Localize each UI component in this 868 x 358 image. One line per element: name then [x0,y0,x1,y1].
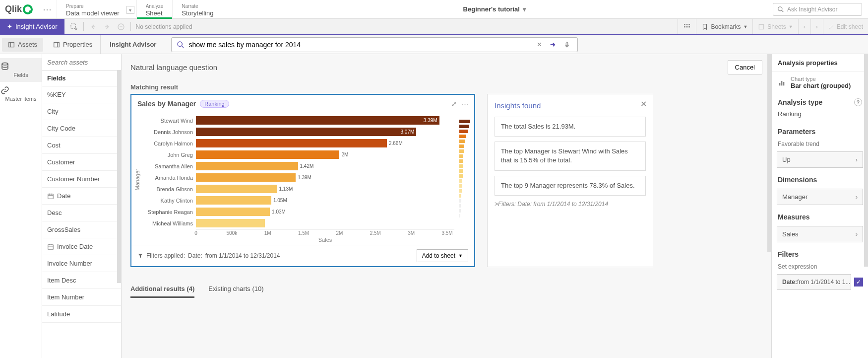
favorable-trend-select[interactable]: Up › [777,151,863,168]
bar-row[interactable]: Brenda Gibson1.13M [141,183,454,195]
field-item[interactable]: Desc [42,205,121,221]
search-icon [777,6,784,13]
bar-row[interactable]: Amanda Honda1.39M [141,172,454,183]
insight-item: The total Sales is 21.93M. [495,117,646,137]
chevron-down-icon: ▼ [743,24,747,29]
field-item[interactable]: City [42,103,121,120]
more-menu-icon[interactable]: ⋯ [38,4,57,15]
tab-analyze[interactable]: Analyze Sheet [136,0,173,18]
tab-additional-results[interactable]: Additional results (4) [130,281,194,298]
filter-icon [137,253,143,259]
expand-icon[interactable]: ⤢ [451,100,457,108]
filters-label: Filters applied: [146,252,185,259]
selections-toolbar: ✦ Insight Advisor No selections applied … [0,19,868,35]
add-to-sheet-button[interactable]: Add to sheet ▼ [417,249,468,262]
bar-row[interactable]: Kathy Clinton1.05M [141,195,454,206]
filters-field: Date: [188,252,202,259]
filter-checkbox[interactable]: ✓ [854,278,863,286]
link-icon [0,86,42,95]
field-item[interactable]: Item Number [42,289,121,306]
dimension-select[interactable]: Manager › [777,189,863,205]
svg-rect-21 [566,42,568,45]
bookmark-icon [701,23,708,30]
insights-filter-note: >Filters: Date: from 1/1/2014 to 12/31/2… [495,201,646,208]
svg-rect-9 [686,24,688,25]
svg-point-0 [778,6,782,10]
bar-row[interactable]: Micheal Williams [141,217,454,229]
chevron-left-icon: ‹ [804,23,806,30]
filter-select[interactable]: Date: from 1/1/2014 to 1... › [777,274,851,290]
field-item[interactable]: GrossSales [42,221,121,238]
tab-existing-charts[interactable]: Existing charts (10) [208,281,263,298]
step-back-icon[interactable] [89,22,98,31]
calendar-icon [47,193,54,200]
field-item[interactable]: Invoice Date [42,238,121,255]
field-item[interactable]: Latitude [42,306,121,323]
rail-master-items[interactable]: Master items [0,82,42,106]
analysis-type-value: Ranking [772,108,868,123]
svg-rect-14 [759,24,764,29]
field-item[interactable]: Customer [42,154,121,171]
rail-fields[interactable]: Fields [0,58,42,82]
insight-item: The top Manager is Stewart Wind with Sal… [495,142,646,170]
microphone-icon[interactable] [561,41,572,49]
scrollbar[interactable] [117,71,121,283]
insights-title: Insights found [495,101,646,110]
svg-point-19 [178,42,182,46]
bar-row[interactable]: Dennis Johnson3.07M [141,126,454,138]
edit-sheet-button[interactable]: Edit sheet [823,19,868,34]
tab-narrate[interactable]: Narrate Storytelling [172,0,222,18]
calendar-icon [47,243,54,250]
chart-minimap[interactable] [457,115,472,245]
svg-rect-10 [689,24,690,25]
dimensions-label: Dimensions [772,171,868,186]
insight-advisor-button[interactable]: ✦ Insight Advisor [0,19,64,34]
app-title[interactable]: Beginner's tutorial ▾ [223,5,767,13]
properties-button[interactable]: Properties [47,38,98,52]
chevron-down-icon[interactable]: ▾ [126,6,134,14]
svg-line-20 [182,46,184,48]
bar-row[interactable]: Carolyn Halmon2.66M [141,138,454,149]
field-item[interactable]: Date [42,188,121,205]
bar-row[interactable]: John Greg2M [141,149,454,160]
field-item[interactable]: %KEY [42,86,121,103]
chart-type-value: Bar chart (grouped) [791,82,851,89]
scrollbar[interactable] [767,54,771,252]
help-icon[interactable]: ? [854,98,862,106]
selections-tool-button[interactable] [678,19,696,34]
field-item[interactable]: Cost [42,137,121,154]
more-icon[interactable]: ⋯ [462,100,468,108]
svg-rect-2 [71,24,75,28]
global-search[interactable]: Ask Insight Advisor [773,3,862,16]
measure-select[interactable]: Sales › [777,226,863,242]
sheets-button[interactable]: Sheets ▼ [752,19,798,34]
bar-row[interactable]: Samantha Allen1.42M [141,160,454,172]
field-item[interactable]: Customer Number [42,171,121,188]
svg-rect-33 [783,82,785,85]
step-forward-icon[interactable] [103,22,112,31]
clear-selections-icon[interactable] [117,22,125,31]
next-sheet-button[interactable]: › [810,19,823,34]
field-item[interactable]: Item Desc [42,272,121,289]
field-item[interactable]: Invoice Number [42,255,121,272]
bookmarks-button[interactable]: Bookmarks ▼ [696,19,752,34]
grid-icon [683,23,691,31]
assets-search-input[interactable] [42,54,121,70]
smart-select-icon[interactable] [69,22,78,31]
scrollbar[interactable] [864,54,868,267]
prev-sheet-button[interactable]: ‹ [798,19,810,34]
bar-row[interactable]: Stewart Wind3.39M [141,115,454,126]
properties-title: Analysis properties [772,54,868,72]
close-icon[interactable]: ✕ [640,99,647,109]
clear-icon[interactable]: ✕ [535,41,544,48]
properties-panel: Analysis properties Chart type Bar chart… [771,54,868,358]
tab-prepare[interactable]: Prepare Data model viewer ▾ [57,0,136,18]
parameters-label: Parameters [772,123,868,138]
submit-arrow-icon[interactable]: ➜ [548,41,558,48]
logo-icon [23,4,33,14]
bar-row[interactable]: Stephanie Reagan1.03M [141,206,454,217]
cancel-button[interactable]: Cancel [728,60,762,74]
nlq-input[interactable] [188,41,531,49]
field-item[interactable]: City Code [42,120,121,137]
assets-button[interactable]: Assets [2,38,43,52]
